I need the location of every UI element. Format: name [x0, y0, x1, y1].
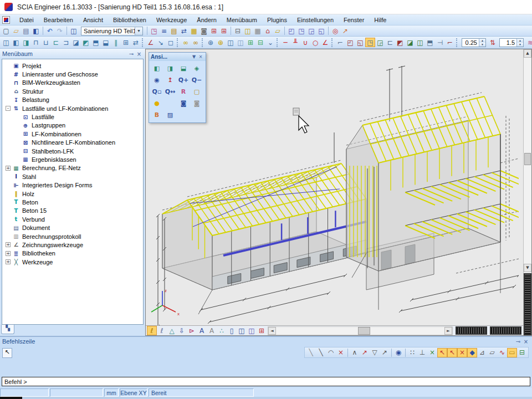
snap-intersection-icon[interactable]: ×	[336, 348, 346, 357]
mesh-icon[interactable]: ∴	[217, 326, 227, 335]
frame-tool-1-icon[interactable]: ⌐	[335, 38, 345, 47]
tree-expander[interactable]	[15, 149, 20, 154]
tree-expander[interactable]: +	[6, 242, 11, 247]
spinner-buttons[interactable]: ▲▼	[479, 39, 485, 47]
profile-tool-3-icon[interactable]: ◨	[21, 38, 31, 47]
menu-item[interactable]: Hilfe	[369, 16, 391, 24]
more-tools-chevron-icon[interactable]: ⌄	[265, 38, 275, 47]
tree-expander[interactable]	[6, 191, 11, 196]
frame-tool-7-icon[interactable]: ◩	[395, 38, 405, 47]
show-supports-icon[interactable]: △	[167, 326, 177, 335]
model-viewport[interactable]: xz Ansi... ▼ × ◧◨⬓◈◉↥Q+Q−Q▫Q↔R▢●◙◙B▨ ▲ ▼	[145, 49, 532, 336]
geom-circle-icon[interactable]: ○	[310, 38, 320, 47]
window-a-icon[interactable]: ◫	[237, 326, 247, 335]
menu-item[interactable]: Werkzeuge	[151, 16, 192, 24]
profile-tool-4-icon[interactable]: ⊓	[31, 38, 41, 47]
clipboard-icon[interactable]: ◳	[149, 26, 159, 35]
hscroll-track[interactable]	[276, 327, 444, 335]
tree-item-projekt[interactable]: ▣ Projekt	[2, 62, 143, 70]
snap-vector-icon[interactable]: ↗	[380, 348, 390, 357]
geom-angle-icon[interactable]: ∠	[320, 38, 330, 47]
database-icon[interactable]: ▤	[169, 26, 179, 35]
tree-expander[interactable]	[15, 140, 20, 145]
profile-tool-9-icon[interactable]: ◩	[81, 38, 91, 47]
snap-grid-icon[interactable]: ∷	[407, 348, 417, 357]
pointer-mode-button[interactable]: ↖	[2, 348, 12, 358]
snap-line-icon[interactable]: ╲	[306, 348, 316, 357]
draw-rect-icon[interactable]: ◻	[166, 38, 176, 47]
tree-expander[interactable]: +	[6, 259, 11, 264]
tree-item-stahlbeton-lfk[interactable]: ⊟ Stahlbeton-LFK	[2, 147, 143, 155]
tree-item-berechnung[interactable]: + ▦ Berechnung, FE-Netz	[2, 164, 143, 172]
tree-item-beton15[interactable]: T Beton 15	[2, 207, 143, 215]
node-labels-icon[interactable]: A	[207, 326, 217, 335]
tree-expander[interactable]: +	[6, 166, 11, 171]
preview-icon[interactable]: ◫	[243, 26, 253, 35]
snap-edge-icon[interactable]: ⊿	[477, 348, 487, 357]
zoom-in-icon[interactable]: Q+	[177, 74, 190, 86]
draw-angle-icon[interactable]: ∠	[146, 38, 156, 47]
draw-line-icon[interactable]: ↘	[156, 38, 166, 47]
camera-icon[interactable]: ◙	[177, 98, 190, 109]
zoom-out-icon[interactable]: Q−	[190, 74, 203, 86]
spinner-buttons[interactable]: ▲▼	[516, 39, 523, 47]
vertical-scrollbar[interactable]: ▲ ▼	[523, 49, 531, 335]
project-combo[interactable]: Sanierung HD Teil1 ▼	[81, 27, 143, 35]
camera-saved-icon[interactable]: ◙	[190, 98, 203, 109]
layers-icon[interactable]: ≡	[159, 26, 169, 35]
tree-item-holz[interactable]: ‖ Holz	[2, 190, 143, 198]
snap-end-icon[interactable]: ↖	[447, 348, 457, 357]
tree-item-dokument[interactable]: ▤ Dokument	[2, 223, 143, 232]
vscroll-track[interactable]	[524, 58, 531, 264]
new-project-icon[interactable]: ▢	[1, 26, 11, 35]
toolbox-dropdown-icon[interactable]: ▼	[191, 54, 197, 59]
show-loads-icon[interactable]: ⇩	[177, 326, 187, 335]
tree-expander[interactable]	[6, 80, 11, 85]
tree-expander[interactable]	[6, 183, 11, 188]
scroll-right-icon[interactable]: ►	[444, 327, 452, 335]
close-icon[interactable]: ×	[135, 51, 143, 57]
calc-point-icon[interactable]: ⊟	[517, 348, 527, 357]
frame-tool-6-icon[interactable]: ⊏	[385, 38, 395, 47]
notebook-icon[interactable]: ▦	[189, 26, 199, 35]
menu-item[interactable]: Bearbeiten	[39, 16, 78, 24]
group-remove-icon[interactable]: ⊟	[255, 38, 265, 47]
add-member-icon[interactable]: ⊕	[216, 38, 226, 47]
scale-apply-icon[interactable]: ⇅	[488, 38, 498, 47]
view-zx-icon[interactable]: ⬓	[177, 63, 190, 74]
scroll-up-icon[interactable]: ▲	[524, 49, 531, 58]
snap-point-icon[interactable]: ◆	[467, 348, 477, 357]
menubaum-dock-tab[interactable]: ▚	[1, 325, 14, 334]
section-icon[interactable]: ◙	[199, 26, 209, 35]
geom-beam-icon[interactable]: ╨	[290, 38, 300, 47]
ansicht-toolbox[interactable]: Ansi... ▼ × ◧◨⬓◈◉↥Q+Q−Q▫Q↔R▢●◙◙B▨	[149, 52, 206, 123]
view-yz-icon[interactable]: ◨	[163, 63, 177, 74]
bim-house-icon[interactable]: ⌂	[263, 26, 273, 35]
tree-expander[interactable]	[6, 200, 11, 204]
tree-item-protokoll[interactable]: ▥ Berechnungsprotokoll	[2, 232, 143, 241]
tree-item-lastgruppen[interactable]: ⊕ Lastgruppen	[2, 121, 143, 130]
tree-expander[interactable]	[6, 217, 11, 222]
save-all-icon[interactable]: ▤	[21, 26, 31, 35]
snap-arc-icon[interactable]: ◠	[326, 348, 336, 357]
tree-item-struktur[interactable]: ⌂ Struktur	[2, 87, 143, 95]
rotate-strip-vertical[interactable]	[524, 273, 531, 335]
command-input[interactable]: Befehl >	[2, 377, 530, 386]
tree-expander[interactable]	[6, 208, 11, 213]
document-edit-icon[interactable]: ▱	[273, 26, 283, 35]
tree-expander[interactable]	[6, 174, 11, 179]
zoom-box-icon[interactable]: ▢	[190, 86, 203, 98]
horizontal-scrollbar[interactable]: ◄ ►	[268, 326, 453, 335]
fence-icon[interactable]: ⊞	[209, 26, 219, 35]
tree-expander[interactable]	[6, 63, 11, 68]
zoom-strip-1[interactable]	[456, 326, 487, 335]
measure-icon[interactable]: ▭	[507, 348, 517, 357]
profile-tool-10-icon[interactable]: ⬒	[91, 38, 101, 47]
fly-mode-icon[interactable]: ↗	[340, 26, 350, 35]
zoom-all-icon[interactable]: Q↔	[163, 86, 177, 98]
tree-item-ergebnisklassen[interactable]: ▦ Ergebnisklassen	[2, 155, 143, 163]
copy-a-icon[interactable]: ◫	[226, 38, 236, 47]
snap-peak-icon[interactable]: ∧	[350, 348, 360, 357]
zoom-window-icon[interactable]: Q▫	[150, 86, 163, 98]
grid-icon[interactable]: ⊞	[257, 326, 267, 335]
